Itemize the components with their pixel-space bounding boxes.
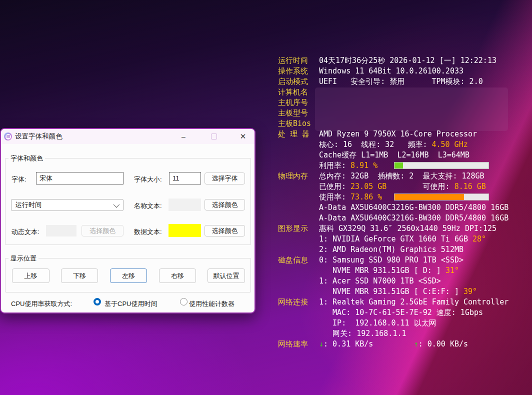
sysinfo-line: 主板型号 (278, 108, 518, 118)
sysinfo-line: 物理内存总内存: 32GB 插槽数: 2 最大支持: 128GB (278, 171, 518, 182)
default-position-button[interactable]: 默认位置 (208, 268, 245, 283)
sysinfo-line: NVME MBR 931.51GB [ D: ] 31° (278, 266, 518, 276)
sysinfo-value: AMD Ryzen 9 7950X 16-Core Processor (319, 129, 477, 140)
sysinfo-line: A-Data AX5U6400C3216G-BW300 DDR5/4800 16… (278, 213, 518, 224)
sysinfo-label: 网络连接 (278, 297, 319, 308)
sysinfo-value: 0: Samsung SSD 980 PRO 1TB <SSD> (319, 255, 464, 266)
sysinfo-line: 启动模式UEFI 安全引导: 禁用 TPM模块: 2.0 (278, 76, 518, 87)
sysinfo-line: 网络速率↓: 0.31 KB/s ↑: 0.00 KB/s (278, 339, 518, 350)
sysinfo-label (278, 213, 319, 224)
sysinfo-label: 运行时间 (278, 56, 319, 66)
sysinfo-line: 主板Bios (278, 118, 518, 129)
maximize-icon (211, 134, 217, 140)
dynamic-text-color-swatch (46, 225, 76, 236)
sysinfo-line: 2: AMD Radeon(TM) Graphics 512MB (278, 244, 518, 255)
sysinfo-line: 利用率: 8.91 % (278, 160, 518, 171)
select-name-color-button[interactable]: 选择颜色 (204, 199, 245, 210)
title-bar: 设置字体和颜色 – ✕ (1, 129, 254, 144)
sysinfo-value: 2: AMD Radeon(TM) Graphics 512MB (319, 244, 464, 255)
sysinfo-label: 主板Bios (278, 118, 319, 129)
close-button[interactable]: ✕ (236, 131, 250, 142)
maximize-button[interactable] (208, 131, 220, 142)
sysinfo-line: 1: NVIDIA GeForce GTX 1660 Ti 6GB 28° (278, 234, 518, 244)
sysinfo-label (278, 160, 319, 171)
sysinfo-line: A-Data AX5U6400C3216G-BW300 DDR5/4800 16… (278, 202, 518, 213)
sysinfo-line: 计算机名 (278, 87, 518, 98)
sysinfo-label (278, 276, 319, 286)
font-label: 字体: (12, 175, 26, 184)
sysinfo-label: 操作系统 (278, 66, 319, 76)
select-dynamic-color-button: 选择颜色 (82, 225, 124, 236)
sysinfo-line: 已使用: 23.05 GB 可使用: 8.16 GB (278, 182, 518, 192)
sysinfo-label (278, 234, 319, 244)
sysinfo-value: 总内存: 32GB 插槽数: 2 最大支持: 128GB (319, 171, 484, 182)
sysinfo-label (278, 266, 319, 276)
sysinfo-line: MAC: 10-7C-61-5E-7E-92 速度: 1Gbps (278, 308, 518, 318)
sysinfo-line: Cache缓存 L1=1MB L2=16MB L3=64MB (278, 150, 518, 160)
item-dropdown[interactable]: 运行时间 (11, 199, 124, 211)
sysinfo-label (278, 202, 319, 213)
sysinfo-label: 计算机名 (278, 87, 319, 98)
sysinfo-value: 核心: 16 线程: 32 频率: 4.50 GHz (319, 140, 468, 150)
move-down-button[interactable]: 下移 (61, 268, 98, 283)
sysinfo-line: 磁盘信息0: Samsung SSD 980 PRO 1TB <SSD> (278, 255, 518, 266)
name-text-color-swatch (168, 198, 201, 211)
sysinfo-value: 04天17时36分25秒 2026-01-12 [一] 12:22:13 (319, 56, 496, 66)
window-title: 设置字体和颜色 (15, 129, 62, 144)
data-text-color-swatch (168, 224, 201, 237)
sysinfo-label (278, 308, 319, 318)
sysinfo-line: 运行时间04天17时36分25秒 2026-01-12 [一] 12:22:13 (278, 56, 518, 66)
sysinfo-value: Windows 11 64Bit 10.0.26100.2033 (319, 66, 464, 76)
data-text-label: 数据文本: (134, 228, 162, 236)
sysinfo-label: 主板型号 (278, 108, 319, 118)
sysinfo-label (278, 182, 319, 192)
app-icon (4, 132, 12, 140)
sysinfo-value: 网关: 192.168.1.1 (319, 328, 406, 339)
sysinfo-value: ↓: 0.31 KB/s ↑: 0.00 KB/s (319, 339, 468, 350)
font-size-label: 字体大小: (134, 175, 162, 184)
move-left-button[interactable]: 左移 (110, 268, 147, 283)
radio-cpu-time-label: 基于CPU使用时间 (104, 300, 157, 308)
sysinfo-value: NVME MBR 931.51GB [ D: ] 31° (319, 266, 459, 276)
minimize-button[interactable]: – (177, 131, 190, 142)
select-data-color-button[interactable]: 选择颜色 (204, 225, 245, 236)
sysinfo-value: 使用率: 73.86 % (319, 192, 382, 202)
cpu-usage-mode-label: CPU使用率获取方式: (11, 300, 72, 308)
sysinfo-label (278, 328, 319, 339)
sysinfo-line: 图形显示惠科 GX329Q 31.6″ 2560x1440 59Hz DPI:1… (278, 224, 518, 234)
sysinfo-line: 操作系统Windows 11 64Bit 10.0.26100.2033 (278, 66, 518, 76)
sysinfo-value: Cache缓存 L1=1MB L2=16MB L3=64MB (319, 150, 470, 160)
sysinfo-line: 网络连接1: Realtek Gaming 2.5GbE Family Cont… (278, 297, 518, 308)
radio-perf-counter[interactable] (180, 298, 188, 306)
sysinfo-value: 1: NVIDIA GeForce GTX 1660 Ti 6GB 28° (319, 234, 486, 244)
sysinfo-line: 核心: 16 线程: 32 频率: 4.50 GHz (278, 140, 518, 150)
usage-progress-bar (394, 194, 489, 200)
radio-cpu-time[interactable] (94, 298, 101, 306)
font-size-input[interactable] (169, 172, 201, 184)
sysinfo-line: 处 理 器AMD Ryzen 9 7950X 16-Core Processor (278, 129, 518, 140)
sysinfo-label: 图形显示 (278, 224, 319, 234)
sysinfo-value: 1: Acer SSD N7000 1TB <SSD> (319, 276, 441, 286)
sysinfo-label: 主机序号 (278, 98, 319, 108)
sysinfo-line: 1: Acer SSD N7000 1TB <SSD> (278, 276, 518, 286)
sysinfo-line: 网关: 192.168.1.1 (278, 328, 518, 339)
sysinfo-label (278, 318, 319, 328)
sysinfo-label: 处 理 器 (278, 129, 319, 140)
move-up-button[interactable]: 上移 (12, 268, 50, 283)
sysinfo-label (278, 150, 319, 160)
sysinfo-line: IP: 192.168.0.11 以太网 (278, 318, 518, 328)
sysinfo-label: 物理内存 (278, 171, 319, 182)
display-position-group-label: 显示位置 (8, 254, 38, 263)
sysinfo-label (278, 140, 319, 150)
item-dropdown-value: 运行时间 (16, 200, 42, 210)
sysinfo-value: MAC: 10-7C-61-5E-7E-92 速度: 1Gbps (319, 308, 483, 318)
usage-progress-bar (394, 162, 489, 169)
sysinfo-value: NVME MBR 931.51GB [ C:E:F: ] 39° (319, 286, 477, 297)
font-color-group-label: 字体和颜色 (8, 154, 45, 163)
sysinfo-label (278, 286, 319, 297)
sysinfo-line: NVME MBR 931.51GB [ C:E:F: ] 39° (278, 286, 518, 297)
select-font-button[interactable]: 选择字体 (204, 172, 245, 184)
font-name-input[interactable] (36, 172, 124, 184)
move-right-button[interactable]: 右移 (159, 268, 196, 283)
font-color-settings-window: 设置字体和颜色 – ✕ 字体和颜色 字体: 字体大小: 选择字体 运行时间 名称… (0, 128, 256, 314)
